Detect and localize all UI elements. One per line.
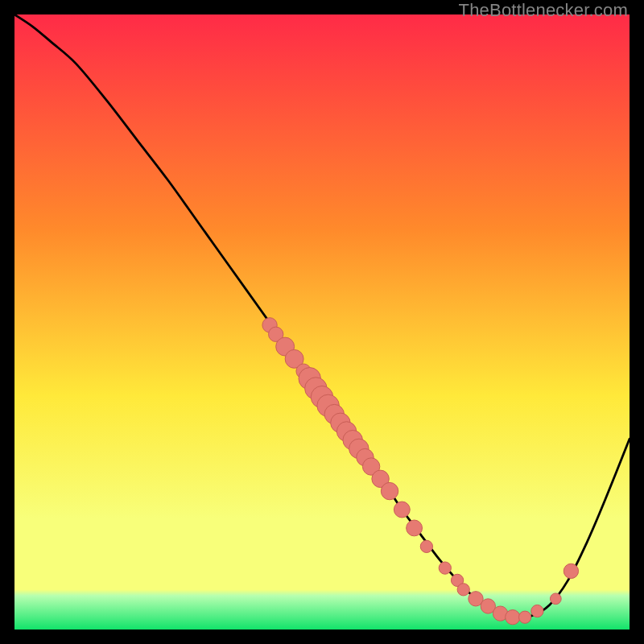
curve-marker <box>457 584 469 596</box>
curve-marker <box>394 502 410 518</box>
curve-marker <box>531 605 543 617</box>
curve-marker <box>420 540 432 552</box>
curve-marker <box>518 611 530 623</box>
curve-marker <box>506 610 520 625</box>
chart-svg <box>14 14 630 630</box>
chart-stage: TheBottlenecker.com <box>0 0 644 644</box>
curve-marker <box>407 520 423 536</box>
curve-marker <box>439 562 451 574</box>
gradient-background <box>14 14 630 630</box>
plot-area <box>14 14 630 630</box>
curve-marker <box>564 564 578 578</box>
curve-marker <box>381 482 398 499</box>
watermark-text: TheBottlenecker.com <box>459 0 628 21</box>
curve-marker <box>550 593 561 605</box>
